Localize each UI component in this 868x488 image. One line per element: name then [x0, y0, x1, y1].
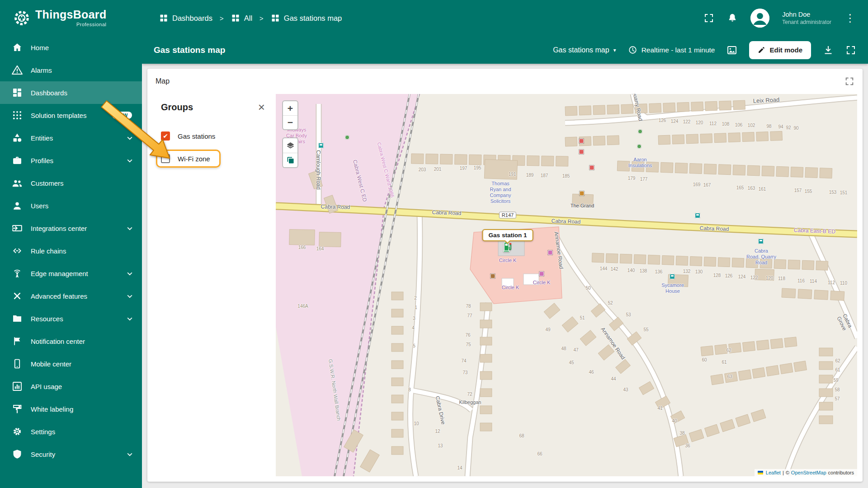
sidebar-item-label: White labeling [31, 405, 135, 413]
zoom-in-button[interactable]: + [283, 101, 297, 115]
clock-icon [628, 45, 637, 55]
api-usage-icon [12, 381, 23, 392]
rule-chains-icon [12, 245, 23, 256]
fullscreen-icon[interactable] [703, 13, 714, 23]
sidebar-item-customers[interactable]: Customers [0, 172, 142, 194]
map-attribution: Leaflet | © OpenStreetMap contributors [755, 469, 857, 476]
groups-panel: Groups × ✔Gas stationsWi-Fi zone [147, 94, 276, 482]
sidebar-item-entities[interactable]: Entities [0, 127, 142, 149]
widget-fullscreen-icon[interactable] [844, 76, 854, 86]
sidebar-item-label: Notification center [31, 338, 135, 345]
chevron-down-icon [125, 133, 135, 143]
chevron-down-icon: ▾ [613, 47, 616, 53]
top-header: ThingsBoard Professional Dashboards>All>… [0, 0, 868, 36]
sidebar-item-notification-center[interactable]: Notification center [0, 330, 142, 352]
notifications-bell-icon[interactable] [727, 13, 738, 23]
sidebar-item-label: Security [31, 450, 117, 458]
sidebar-item-label: Dashboards [31, 89, 135, 97]
copy-shapes-icon [286, 155, 295, 165]
layers-button[interactable] [283, 138, 297, 153]
thingsboard-app: ThingsBoard Professional Dashboards>All>… [0, 0, 868, 488]
chevron-down-icon [125, 314, 135, 324]
map-canvas[interactable]: Leix RoadQuarry RoadCarnlough RoadCabra … [276, 94, 857, 476]
notification-center-icon [12, 336, 23, 347]
breadcrumb-label: Gas stations map [284, 14, 342, 23]
user-avatar[interactable] [750, 9, 769, 28]
sidebar-item-label: Home [31, 44, 135, 52]
entities-icon [12, 132, 23, 143]
edit-mode-button[interactable]: Edit mode [749, 41, 811, 59]
group-label: Gas stations [178, 132, 215, 140]
sidebar-item-label: Rule chains [31, 247, 135, 255]
profiles-icon [12, 155, 23, 166]
sidebar-item-edge-management[interactable]: Edge management [0, 262, 142, 285]
chevron-down-icon [125, 223, 135, 233]
breadcrumb-separator: > [220, 14, 224, 22]
users-icon [12, 200, 23, 211]
breadcrumb-item-all[interactable]: All [231, 14, 252, 23]
widget-title: Map [156, 77, 170, 85]
sidebar-item-rule-chains[interactable]: Rule chains [0, 239, 142, 262]
sidebar-item-label: Edge management [31, 270, 117, 277]
dashboard-select[interactable]: Gas stations map ▾ [553, 46, 616, 54]
zoom-control: + − [282, 100, 298, 130]
osm-link[interactable]: OpenStreetMap [791, 470, 826, 475]
user-name: John Doe [782, 10, 831, 19]
sidebar-item-label: Settings [31, 428, 135, 436]
dashboard-grid-icon [271, 14, 280, 23]
map-layer-control [282, 137, 298, 168]
sidebar-item-advanced-features[interactable]: Advanced features [0, 285, 142, 307]
sidebar-item-label: Mobile center [31, 360, 135, 368]
sidebar-item-resources[interactable]: Resources [0, 307, 142, 330]
settings-icon [12, 426, 23, 437]
breadcrumb-item-gas-stations-map[interactable]: Gas stations map [271, 14, 342, 23]
sidebar-item-settings[interactable]: Settings [0, 420, 142, 443]
home-icon [12, 42, 23, 53]
leaflet-link[interactable]: Leaflet [766, 470, 781, 475]
overlay-shapes-button[interactable] [283, 153, 297, 167]
advanced-features-icon [12, 291, 23, 301]
layers-icon [286, 141, 295, 150]
sidebar-item-white-labeling[interactable]: White labeling [0, 398, 142, 420]
checkbox-gas-stations[interactable]: ✔ [161, 131, 170, 141]
download-icon[interactable] [823, 45, 834, 56]
sidebar-item-label: Alarms [31, 66, 135, 74]
sidebar-item-solution-templates[interactable]: Solution templatesNEW [0, 104, 142, 127]
sidebar-item-api-usage[interactable]: API usage [0, 375, 142, 398]
sidebar-item-label: Customers [31, 179, 135, 187]
sidebar-item-dashboards[interactable]: Dashboards [0, 81, 142, 104]
brand-logo[interactable]: ThingsBoard Professional [0, 9, 142, 27]
customers-icon [12, 178, 23, 188]
brand-name: ThingsBoard [35, 9, 106, 20]
sidebar-item-users[interactable]: Users [0, 194, 142, 217]
screenshot-image-icon[interactable] [726, 45, 737, 56]
sidebar-item-integrations-center[interactable]: Integrations center [0, 217, 142, 239]
timewindow-button[interactable]: Realtime - last 1 minute [628, 45, 715, 55]
sidebar-item-alarms[interactable]: Alarms [0, 59, 142, 81]
sidebar-item-mobile-center[interactable]: Mobile center [0, 352, 142, 375]
wifi-zone-highlight: Wi-Fi zone [156, 150, 221, 168]
sidebar-nav: HomeAlarmsDashboardsSolution templatesNE… [0, 36, 142, 488]
breadcrumb-label: All [244, 14, 252, 23]
mobile-center-icon [12, 358, 23, 369]
more-menu-icon[interactable]: ⋮ [844, 13, 856, 23]
breadcrumb-item-dashboards[interactable]: Dashboards [159, 14, 212, 23]
user-role: Tenant administrator [782, 19, 831, 26]
close-icon[interactable]: × [258, 101, 265, 113]
brand-subtitle: Professional [76, 22, 107, 27]
page-title: Gas stations map [154, 45, 225, 55]
sidebar-item-label: Solution templates [31, 112, 104, 119]
sidebar-item-home[interactable]: Home [0, 36, 142, 59]
expand-fullscreen-icon[interactable] [845, 45, 856, 56]
chevron-down-icon [125, 449, 135, 459]
solution-templates-icon [12, 110, 23, 121]
breadcrumb-label: Dashboards [172, 14, 212, 23]
zoom-out-button[interactable]: − [283, 115, 297, 129]
sidebar-item-security[interactable]: Security [0, 443, 142, 465]
header-actions: John Doe Tenant administrator ⋮ [703, 9, 868, 28]
security-icon [12, 449, 23, 460]
checkbox-wi-fi-zone[interactable] [161, 154, 170, 163]
sidebar-item-label: Profiles [31, 157, 117, 164]
sidebar-item-profiles[interactable]: Profiles [0, 149, 142, 172]
user-info[interactable]: John Doe Tenant administrator [782, 10, 831, 26]
